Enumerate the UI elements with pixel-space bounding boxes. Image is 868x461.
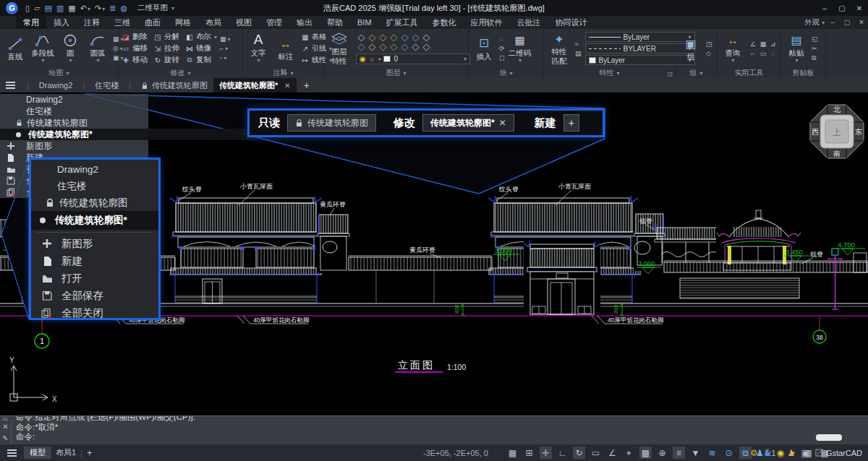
menu-item-drawing2[interactable]: Drawing2 [0, 94, 148, 105]
restore-button[interactable]: ▢ [833, 4, 851, 12]
workspace-switcher[interactable]: 二维草图 ▾ [133, 2, 179, 14]
grid-settings-icon[interactable]: ⊞ [523, 447, 535, 459]
callout-item-close-all[interactable]: 全部关闭 [31, 304, 158, 322]
quick-select-icon[interactable]: ▭ [760, 50, 767, 57]
isolate-objects-icon[interactable]: ≋ [706, 447, 718, 459]
redo-icon[interactable]: ↷▾ [95, 4, 105, 13]
tab-bim[interactable]: BIM [350, 16, 379, 29]
explode-button[interactable]: ◳分解 [153, 32, 179, 42]
match-properties-button[interactable]: ✦ 特性匹配 [547, 31, 571, 65]
command-close-icon[interactable]: ✕ [2, 423, 8, 431]
ortho-mode-icon[interactable]: ∟ [556, 447, 569, 459]
fillet-button[interactable]: ⌐▾ [220, 45, 231, 52]
layer-on-icon[interactable]: ◉ [359, 55, 366, 63]
hatch-preview-icon[interactable]: ▩ [639, 447, 652, 459]
view-cube[interactable]: 北 西 东 南 上 [809, 103, 865, 160]
offset-button[interactable]: ▱偏移 [122, 43, 148, 53]
mirror-button[interactable]: ⋈镜像 [185, 43, 217, 53]
line-button[interactable]: 直线 [3, 36, 27, 61]
compass-east[interactable]: 东 [855, 128, 862, 136]
appearance-menu[interactable]: 外观 [804, 17, 820, 27]
id-point-icon[interactable]: ⌐ [751, 50, 754, 57]
erase-button[interactable]: ◪删除 [122, 32, 148, 42]
insert-block-button[interactable]: ⊡ 插入 [472, 36, 496, 61]
layer-unlock-icon[interactable]: ▪ [378, 55, 381, 63]
tab-view[interactable]: 视图 [229, 16, 259, 29]
compass-west[interactable]: 西 [812, 128, 819, 136]
object-snap-icon[interactable]: ⌖ [623, 447, 635, 459]
layer-thaw-icon[interactable]: ☼ [369, 55, 375, 63]
paste-button[interactable]: ▤ 粘贴▾ [784, 33, 809, 64]
layer-tool-icon[interactable] [368, 34, 375, 41]
group-edit-icon[interactable]: ◇ [706, 50, 712, 57]
close-button[interactable]: ✕ [851, 4, 868, 12]
arc-button[interactable]: 圆弧▾ [85, 33, 110, 64]
callout-item-active-doc[interactable]: 传统建筑轮廓图* [31, 211, 158, 230]
command-prompt[interactable]: 命令: [16, 432, 738, 442]
polar-tracking-icon[interactable]: ↻ [573, 447, 585, 459]
open-file-icon[interactable]: ▱ [34, 4, 40, 13]
layer-dropdown-caret-icon[interactable]: ▾ [464, 56, 467, 62]
text-button[interactable]: A 文字▾ [246, 33, 271, 64]
qrcode-button[interactable]: ▦ 二维码▾ [508, 33, 532, 64]
app-logo-icon[interactable]: G [6, 2, 18, 14]
modified-tab-chip[interactable]: 传统建筑轮廓图* ✕ [422, 114, 514, 132]
point-icon[interactable]: ◌ [771, 50, 775, 57]
cut-icon[interactable]: ✂ [812, 45, 818, 52]
layer-tool-icon[interactable] [412, 43, 419, 51]
snap-mode-icon[interactable]: ✛ [540, 447, 552, 459]
settings-gear-icon[interactable]: ⚙ [750, 447, 758, 459]
new-file-icon[interactable]: ▯ [25, 4, 30, 13]
area-measure-icon[interactable]: ⊿ [770, 40, 776, 48]
menu-item-locked-doc[interactable]: 传统建筑轮廓图 [0, 117, 148, 129]
properties-launcher-icon[interactable]: ◲ [667, 71, 673, 77]
boolean-button[interactable]: ◧布尔▾ [185, 32, 217, 42]
tab-cloud-markup[interactable]: 云批注 [510, 16, 548, 29]
layer-tool-icon[interactable] [357, 34, 365, 41]
array-button[interactable]: ▦▾ [220, 35, 231, 43]
tab-surface[interactable]: 曲面 [137, 16, 168, 29]
doc-close-button[interactable]: ✕ [855, 19, 868, 26]
tab-apps[interactable]: 应用软件 [464, 16, 510, 29]
menu-item-new-drawing[interactable]: 新图形 [0, 140, 148, 152]
file-menu-button[interactable] [6, 82, 15, 89]
layer-tools[interactable] [356, 33, 470, 52]
color-list-icon[interactable]: ▤ [575, 50, 582, 57]
measure-button[interactable]: ↔ 查询▾ [720, 33, 745, 64]
tab-layout[interactable]: 布局 [198, 16, 229, 29]
undo-caret-icon[interactable]: ▾ [88, 6, 90, 12]
save-as-icon[interactable]: ▥ [56, 4, 64, 13]
selection-cycling-icon[interactable]: ▼ [689, 447, 702, 459]
tab-parametric[interactable]: 参数化 [425, 16, 464, 29]
copy-button[interactable]: ⧉复制 [185, 55, 217, 65]
layer-tool-icon[interactable] [379, 43, 386, 51]
panel-group-label[interactable]: 组▾ [676, 68, 717, 78]
status-menu-icon[interactable] [7, 449, 17, 457]
new-doc-tab-button[interactable]: + [304, 79, 310, 91]
layout1-tab[interactable]: 布局1 [56, 447, 76, 458]
panel-block-label[interactable]: 块▾ [469, 68, 543, 78]
lineweight-display-icon[interactable]: ≡ [673, 447, 685, 459]
menu-item-zhuzhailou[interactable]: 住宅楼 [0, 105, 148, 117]
block-attr-icon[interactable]: ◌ [499, 35, 505, 43]
stretch-button[interactable]: ⇲拉伸 [153, 43, 179, 53]
tab-3d[interactable]: 三维 [107, 16, 137, 29]
callout-item-locked-doc[interactable]: 传统建筑轮廓图 [31, 194, 158, 211]
panel-layer-label[interactable]: 图层▾ [324, 68, 468, 78]
doc-tab-zhuzhailou[interactable]: 住宅楼 [89, 78, 124, 92]
isolate-icon[interactable]: ◔ [790, 447, 795, 459]
rotate-button[interactable]: ↻旋转 [153, 55, 179, 65]
panel-modify-label[interactable]: 修改▾ [119, 68, 242, 78]
move-button[interactable]: ✚移动 [122, 55, 148, 65]
clean-screen-icon[interactable]: ▣ [801, 447, 809, 459]
grid-display-icon[interactable]: ▦ [506, 447, 519, 459]
tab-output[interactable]: 输出 [289, 16, 320, 29]
tab-home[interactable]: 常用 [16, 16, 46, 29]
doc-tab-drawing2[interactable]: Drawing2 [33, 78, 78, 92]
doc-tab-close-icon[interactable]: ✕ [284, 82, 290, 90]
tab-collaboration[interactable]: 协同设计 [548, 16, 595, 29]
circle-button[interactable]: 圆▾ [58, 33, 82, 64]
layer-properties-button[interactable]: 图层特性 [327, 31, 352, 65]
layer-tool-icon[interactable] [390, 34, 397, 41]
angle-snap-icon[interactable]: ∠ [606, 447, 618, 459]
